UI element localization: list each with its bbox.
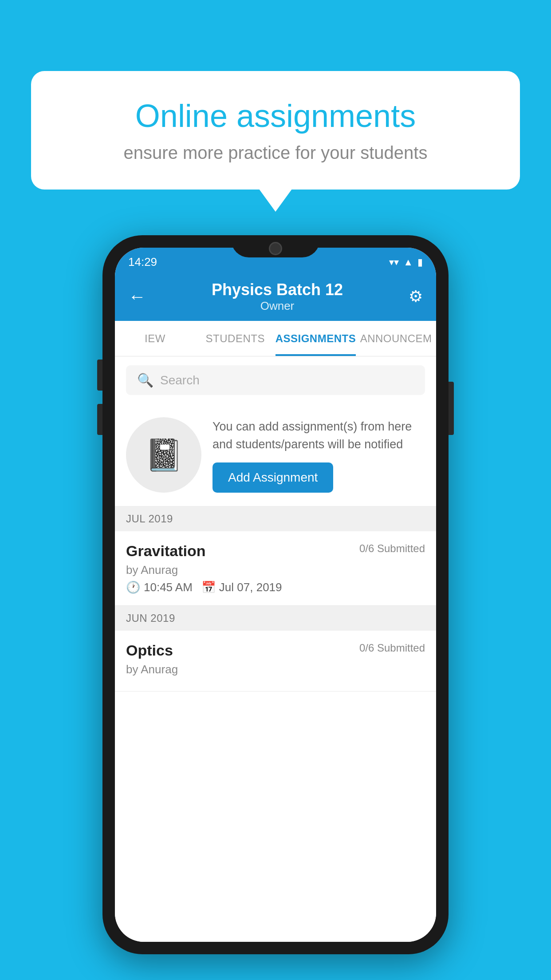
assignment-meta: 🕐 10:45 AM 📅 Jul 07, 2019 [126,581,425,594]
settings-button[interactable]: ⚙ [409,287,423,306]
content-area: 🔍 Search 📓 You can add assignment(s) fro… [115,356,436,942]
signal-icon: ▲ [403,257,413,268]
assignment-by: by Anurag [126,563,425,577]
assignment-by: by Anurag [126,663,425,676]
status-icons: ▾▾ ▲ ▮ [389,257,423,268]
tab-announcements[interactable]: ANNOUNCEM [356,321,436,356]
phone-mockup: 14:29 ▾▾ ▲ ▮ ← Physics Batch 12 Owner ⚙ … [102,235,449,954]
search-container: 🔍 Search [115,356,436,404]
phone-outer: 14:29 ▾▾ ▲ ▮ ← Physics Batch 12 Owner ⚙ … [102,235,449,954]
assignment-name: Gravitation [126,542,205,560]
notebook-icon: 📓 [145,437,183,473]
header-center: Physics Batch 12 Owner [212,281,343,313]
tab-iew[interactable]: IEW [115,321,195,356]
tab-bar: IEW STUDENTS ASSIGNMENTS ANNOUNCEM [115,321,436,356]
phone-notch [231,235,320,257]
assignment-date: 📅 Jul 07, 2019 [201,581,282,594]
power-button [449,382,454,435]
empty-state-content: You can add assignment(s) from here and … [213,418,425,493]
empty-state-icon: 📓 [126,417,201,493]
volume-down-button [97,404,102,435]
search-icon: 🔍 [137,372,153,388]
bubble-title: Online assignments [62,98,489,134]
date-value: Jul 07, 2019 [219,581,282,594]
assignment-time: 🕐 10:45 AM [126,581,193,594]
search-input[interactable]: Search [160,373,200,387]
battery-icon: ▮ [417,257,423,268]
assignment-item-gravitation[interactable]: Gravitation 0/6 Submitted by Anurag 🕐 10… [115,531,436,606]
empty-state: 📓 You can add assignment(s) from here an… [115,404,436,506]
tab-students[interactable]: STUDENTS [195,321,276,356]
phone-screen: 14:29 ▾▾ ▲ ▮ ← Physics Batch 12 Owner ⚙ … [115,248,436,942]
time-value: 10:45 AM [144,581,193,594]
clock-icon: 🕐 [126,581,140,594]
header-subtitle: Owner [212,299,343,313]
empty-state-description: You can add assignment(s) from here and … [213,418,425,454]
page-title: Physics Batch 12 [212,281,343,299]
section-header-jun: JUN 2019 [115,606,436,631]
volume-up-button [97,360,102,391]
bubble-subtitle: ensure more practice for your students [62,143,489,163]
tab-assignments[interactable]: ASSIGNMENTS [276,321,356,356]
front-camera [269,242,282,255]
assignment-row: Gravitation 0/6 Submitted [126,542,425,560]
search-bar[interactable]: 🔍 Search [126,365,425,395]
promo-bubble: Online assignments ensure more practice … [31,71,520,190]
assignment-item-optics[interactable]: Optics 0/6 Submitted by Anurag [115,631,436,692]
assignment-submitted: 0/6 Submitted [359,642,425,654]
wifi-icon: ▾▾ [389,257,399,268]
assignment-row: Optics 0/6 Submitted [126,642,425,659]
back-button[interactable]: ← [128,287,146,307]
speech-bubble: Online assignments ensure more practice … [31,71,520,190]
add-assignment-button[interactable]: Add Assignment [213,462,333,493]
calendar-icon: 📅 [201,581,216,594]
section-header-jul: JUL 2019 [115,506,436,531]
status-time: 14:29 [128,255,157,269]
assignment-submitted: 0/6 Submitted [359,542,425,555]
assignment-name: Optics [126,642,173,659]
app-header: ← Physics Batch 12 Owner ⚙ [115,272,436,321]
